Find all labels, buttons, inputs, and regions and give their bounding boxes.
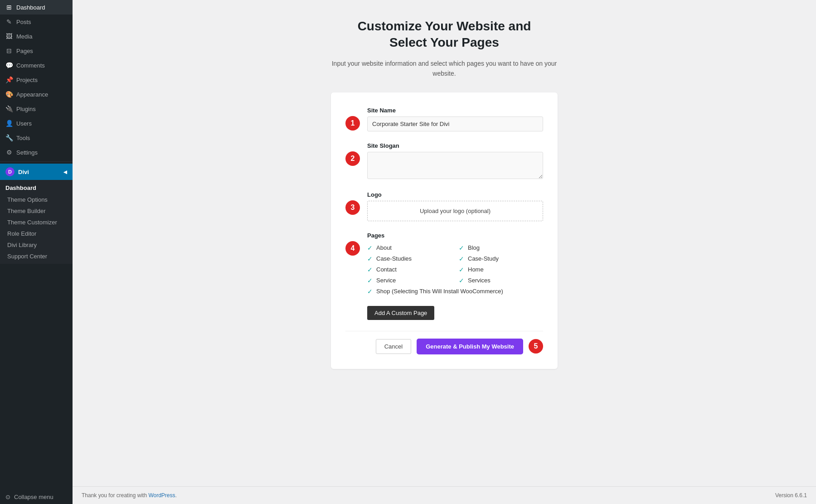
page-label-shop: Shop (Selecting This Will Install WooCom… [376,288,503,295]
page-label-service: Service [376,277,396,284]
sidebar-item-dashboard[interactable]: ⊞ Dashboard [0,0,73,15]
action-row: Cancel Generate & Publish My Website 5 [345,331,543,354]
page-item-about[interactable]: ✓ About [367,244,452,252]
checkmark-service: ✓ [367,277,373,284]
page-label-blog: Blog [468,244,480,251]
page-label-contact: Contact [376,266,397,273]
step-4-badge: 4 [345,241,360,256]
page-title: Customize Your Website andSelect Your Pa… [358,18,531,51]
checkmark-blog: ✓ [459,244,464,252]
site-slogan-field-group: Site Slogan [367,142,543,180]
sidebar-item-pages[interactable]: ⊟ Pages [0,44,73,58]
logo-section: 3 Logo Upload your logo (optional) [345,191,543,221]
main-content: Customize Your Website andSelect Your Pa… [73,0,816,504]
checkmark-shop: ✓ [367,288,373,295]
logo-upload-button[interactable]: Upload your logo (optional) [367,201,543,221]
sidebar-item-plugins[interactable]: 🔌 Plugins [0,102,73,116]
step-3-badge: 3 [345,200,360,215]
page-item-blog[interactable]: ✓ Blog [459,244,543,252]
page-item-services[interactable]: ✓ Services [459,277,543,284]
page-item-service[interactable]: ✓ Service [367,277,452,284]
footer: Thank you for creating with WordPress. V… [73,486,816,504]
footer-text: Thank you for creating with WordPress. [82,492,177,499]
divi-icon: D [5,167,15,176]
cancel-button[interactable]: Cancel [376,339,411,354]
comments-icon: 💬 [5,62,13,69]
media-icon: 🖼 [5,33,13,40]
page-label-case-studies: Case-Studies [376,255,412,262]
sidebar-item-tools[interactable]: 🔧 Tools [0,131,73,145]
pages-grid: ✓ About ✓ Blog ✓ Case-Studies ✓ [367,244,543,295]
submenu-item-role-editor[interactable]: Role Editor [0,228,73,239]
sidebar-item-comments[interactable]: 💬 Comments [0,58,73,73]
sidebar-item-media[interactable]: 🖼 Media [0,29,73,44]
site-name-section: 1 Site Name [345,107,543,131]
dashboard-icon: ⊞ [5,4,13,11]
settings-icon: ⚙ [5,149,13,156]
page-item-case-studies[interactable]: ✓ Case-Studies [367,255,452,262]
site-slogan-input[interactable] [367,152,543,179]
submenu-item-theme-builder[interactable]: Theme Builder [0,205,73,217]
pages-field-group: Pages ✓ About ✓ Blog ✓ Case-Studies [367,232,543,320]
checkmark-home: ✓ [459,266,464,273]
page-item-case-study[interactable]: ✓ Case-Study [459,255,543,262]
users-icon: 👤 [5,120,13,127]
sidebar: ⊞ Dashboard ✎ Posts 🖼 Media ⊟ Pages 💬 Co… [0,0,73,504]
collapse-icon: ⊙ [5,494,10,500]
collapse-menu-button[interactable]: ⊙ Collapse menu [0,490,73,504]
site-slogan-section: 2 Site Slogan [345,142,543,180]
submenu-item-theme-options[interactable]: Theme Options [0,194,73,205]
sidebar-item-appearance[interactable]: 🎨 Appearance [0,87,73,102]
pages-label: Pages [367,232,543,239]
sidebar-item-users[interactable]: 👤 Users [0,116,73,131]
site-name-input[interactable] [367,116,543,131]
step-5-badge: 5 [529,339,543,354]
page-item-home[interactable]: ✓ Home [459,266,543,273]
submenu-item-support-center[interactable]: Support Center [0,251,73,262]
step-2-badge: 2 [345,151,360,166]
add-custom-page-button[interactable]: Add A Custom Page [367,306,434,320]
posts-icon: ✎ [5,18,13,25]
plugins-icon: 🔌 [5,105,13,112]
checkmark-case-studies: ✓ [367,255,373,262]
step-1-badge: 1 [345,116,360,131]
version-text: Version 6.6.1 [775,492,807,499]
site-name-label: Site Name [367,107,543,114]
submenu-item-divi-library[interactable]: Divi Library [0,239,73,251]
sidebar-item-posts[interactable]: ✎ Posts [0,15,73,29]
pages-icon: ⊟ [5,47,13,54]
tools-icon: 🔧 [5,134,13,141]
page-label-home: Home [468,266,484,273]
content-area: Customize Your Website andSelect Your Pa… [73,0,816,486]
submenu-item-theme-customizer[interactable]: Theme Customizer [0,217,73,228]
divi-submenu: Dashboard Theme Options Theme Builder Th… [0,180,73,264]
checkmark-contact: ✓ [367,266,373,273]
page-subtitle: Input your website information and selec… [331,58,558,79]
sidebar-divider [0,161,73,162]
sidebar-item-projects[interactable]: 📌 Projects [0,73,73,87]
page-item-shop[interactable]: ✓ Shop (Selecting This Will Install WooC… [367,288,543,295]
site-slogan-label: Site Slogan [367,142,543,149]
pages-section: 4 Pages ✓ About ✓ Blog ✓ [345,232,543,320]
site-name-field-group: Site Name [367,107,543,131]
form-card: 1 Site Name 2 Site Slogan 3 Logo [331,92,558,369]
submenu-title: Dashboard [0,182,73,194]
page-label-about: About [376,244,392,251]
sidebar-item-settings[interactable]: ⚙ Settings [0,145,73,160]
checkmark-about: ✓ [367,244,373,252]
page-item-contact[interactable]: ✓ Contact [367,266,452,273]
projects-icon: 📌 [5,76,13,83]
checkmark-services: ✓ [459,277,464,284]
publish-button[interactable]: Generate & Publish My Website [417,339,523,354]
logo-label: Logo [367,191,543,198]
page-label-case-study: Case-Study [468,255,499,262]
wordpress-link[interactable]: WordPress [148,492,175,499]
appearance-icon: 🎨 [5,91,13,98]
checkmark-case-study: ✓ [459,255,464,262]
sidebar-item-divi[interactable]: D Divi [0,164,73,180]
logo-field-group: Logo Upload your logo (optional) [367,191,543,221]
page-label-services: Services [468,277,491,284]
